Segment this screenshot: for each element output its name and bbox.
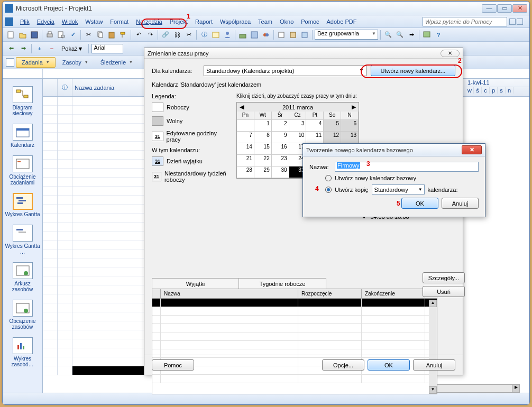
- tab-zadania[interactable]: Zadania: [16, 57, 56, 68]
- sidebar-item-arkusz[interactable]: Arkusz zasobów: [3, 260, 42, 298]
- grid-header-info[interactable]: ⓘ: [58, 79, 72, 96]
- split-icon[interactable]: ✂: [184, 30, 194, 40]
- undo-icon[interactable]: ↶: [133, 30, 144, 40]
- ok-button[interactable]: OK: [368, 359, 410, 371]
- tab-tygodnie[interactable]: Tygodnie robocze: [239, 278, 326, 289]
- menu-wstaw[interactable]: Wstaw: [81, 17, 106, 26]
- dialog2-cancel-button[interactable]: Anuluj: [442, 198, 479, 209]
- copy-picture-icon[interactable]: [421, 30, 432, 40]
- dialog1-close-button[interactable]: ✕: [441, 50, 460, 57]
- radio-new-base[interactable]: [325, 175, 332, 181]
- menu-wspolpraca[interactable]: Współpraca: [216, 17, 254, 26]
- paste-icon[interactable]: [106, 30, 117, 40]
- svg-rect-25: [16, 197, 23, 199]
- help-search-input[interactable]: [423, 17, 507, 26]
- format-painter-icon[interactable]: [118, 30, 129, 40]
- svg-rect-1: [31, 32, 38, 38]
- goto-icon[interactable]: ➡: [406, 30, 417, 40]
- tab-wyjatki[interactable]: Wyjątki: [152, 278, 239, 289]
- remove-icon[interactable]: −: [47, 43, 57, 54]
- grid-header-name[interactable]: Nazwa zadania: [72, 79, 146, 96]
- calendar-name-input[interactable]: Firmowy: [335, 162, 479, 172]
- scroll-up-icon[interactable]: ▲: [429, 300, 437, 307]
- show-button[interactable]: Pokaż ▼: [59, 43, 86, 54]
- note-icon[interactable]: [210, 30, 221, 40]
- system-menu-icon[interactable]: [5, 17, 13, 26]
- help-icon[interactable]: ?: [433, 30, 444, 40]
- sidebar-item-kalendarz[interactable]: Kalendarz: [3, 122, 42, 153]
- new-icon[interactable]: [6, 30, 16, 40]
- menu-narzedzia[interactable]: Narzędzia: [132, 17, 166, 26]
- add-icon[interactable]: +: [34, 43, 45, 54]
- scroll-down-icon[interactable]: ▼: [429, 386, 437, 394]
- menu-format[interactable]: Format: [106, 17, 132, 26]
- copy-from-select[interactable]: Standardowy: [372, 184, 425, 195]
- radio-copy[interactable]: [325, 187, 332, 193]
- forward-icon[interactable]: ➡: [18, 43, 29, 54]
- publish-icon[interactable]: [237, 30, 248, 40]
- minimize-button[interactable]: —: [482, 4, 497, 13]
- options-button[interactable]: Opcje...: [322, 359, 364, 371]
- font-name-input[interactable]: Arial: [91, 44, 123, 53]
- link-icon[interactable]: 🔗: [160, 30, 171, 40]
- redo-icon[interactable]: ↷: [145, 30, 155, 40]
- sidebar-item-wykres-zas[interactable]: Wykres zasobó…: [3, 335, 42, 373]
- sidebar-item-gantt[interactable]: Wykres Gantta: [3, 191, 42, 223]
- assign-icon[interactable]: [222, 30, 233, 40]
- menu-projekt[interactable]: Projekt: [166, 17, 191, 26]
- maximize-button[interactable]: ▭: [497, 4, 512, 13]
- close-button[interactable]: ✕: [512, 4, 527, 13]
- menu-widok[interactable]: Widok: [58, 17, 82, 26]
- svg-rect-26: [19, 200, 26, 201]
- title-bar: Microsoft Project - Projekt1 — ▭ ✕: [3, 2, 529, 15]
- help-button[interactable]: Pomoc: [152, 359, 194, 371]
- sidebar-item-diagram[interactable]: Diagram sieciowy: [3, 84, 42, 122]
- report1-icon[interactable]: [276, 30, 287, 40]
- menu-okno[interactable]: Okno: [276, 17, 297, 26]
- menu-team[interactable]: Team: [254, 17, 276, 26]
- prev-month-icon[interactable]: ◀: [238, 104, 245, 110]
- menu-pomoc[interactable]: Pomoc: [297, 17, 323, 26]
- menu-plik[interactable]: Plik: [16, 17, 33, 26]
- dialog2-close-button[interactable]: ✕: [462, 145, 482, 154]
- zoom-in-icon[interactable]: 🔍: [383, 30, 393, 40]
- group-by-select[interactable]: Bez grupowania: [315, 30, 378, 40]
- unlink-icon[interactable]: ⛓: [172, 30, 182, 40]
- report2-icon[interactable]: [288, 30, 298, 40]
- cancel-button[interactable]: Anuluj: [413, 359, 455, 371]
- sidebar-item-gantt2[interactable]: Wykres Gantta …: [3, 223, 42, 260]
- import-icon[interactable]: [249, 30, 260, 40]
- save-icon[interactable]: [29, 30, 40, 40]
- copy-icon[interactable]: [95, 30, 105, 40]
- zoom-out-icon[interactable]: 🔍: [395, 30, 405, 40]
- menu-edycja[interactable]: Edycja: [33, 17, 58, 26]
- create-new-calendar-button[interactable]: Utwórz nowy kalendarz...: [371, 65, 455, 76]
- delete-button[interactable]: Usuń: [423, 286, 465, 297]
- report3-icon[interactable]: [299, 30, 310, 40]
- cut-icon[interactable]: ✂: [83, 30, 94, 40]
- grid-header-rownum[interactable]: [43, 79, 58, 96]
- info-icon[interactable]: ⓘ: [199, 30, 209, 40]
- tab-zasoby[interactable]: Zasoby: [57, 58, 94, 67]
- menu-raport[interactable]: Raport: [191, 17, 216, 26]
- open-icon[interactable]: [17, 30, 28, 40]
- menu-adobepdf[interactable]: Adobe PDF: [323, 17, 361, 26]
- table-scrollbar[interactable]: ▲ ▼: [429, 300, 437, 394]
- details-button[interactable]: Szczegóły...: [423, 272, 465, 283]
- tab-sledzenie[interactable]: Śledzenie: [95, 58, 138, 67]
- calendar-select[interactable]: Standardowy (Kalendarz projektu): [204, 66, 366, 76]
- exceptions-table[interactable]: Nazwa Rozpoczęcie Zakończenie: [152, 289, 437, 394]
- sidebar-item-obciazenie-zas[interactable]: Obciążenie zasobów: [3, 298, 42, 335]
- sidebar-item-obciazenie-zad[interactable]: Obciążenie zadaniami: [3, 153, 42, 191]
- collab-icon[interactable]: [261, 30, 271, 40]
- mdi-controls[interactable]: [509, 18, 527, 25]
- next-month-icon[interactable]: ▶: [350, 104, 357, 110]
- print-preview-icon[interactable]: [56, 30, 67, 40]
- back-icon[interactable]: ⬅: [6, 43, 16, 54]
- dialog2-ok-button[interactable]: OK: [401, 198, 438, 209]
- scroll-right-icon[interactable]: ▶: [512, 385, 519, 392]
- spellcheck-icon[interactable]: ✓: [68, 30, 78, 40]
- svg-rect-11: [240, 34, 246, 38]
- print-icon[interactable]: [44, 30, 55, 40]
- view-list-icon[interactable]: [6, 58, 14, 67]
